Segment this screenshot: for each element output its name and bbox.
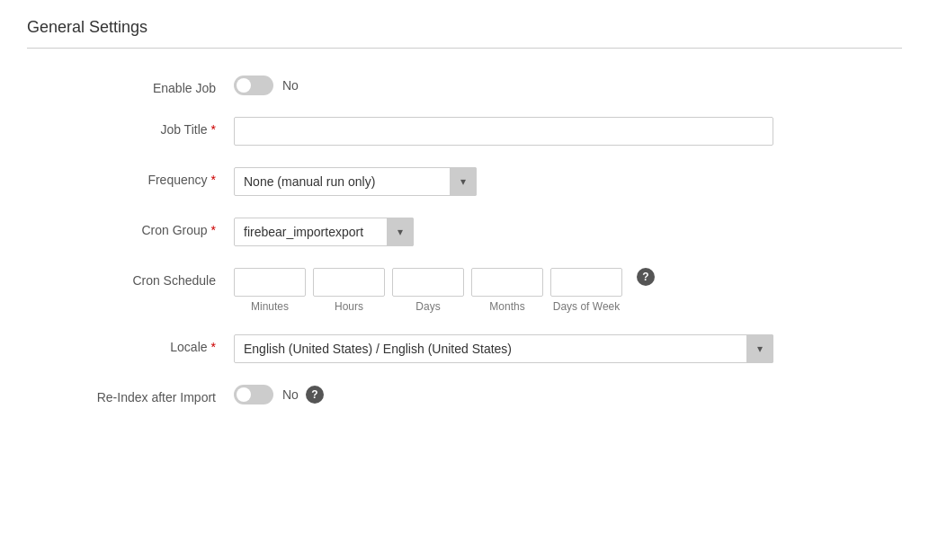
cron-minutes-input[interactable] xyxy=(234,268,306,297)
reindex-slider xyxy=(234,385,273,404)
job-title-field xyxy=(234,117,893,146)
job-title-required: * xyxy=(211,122,216,137)
cron-group-select-wrapper: firebear_importexportdefaultindexcatalog… xyxy=(234,218,414,246)
locale-required: * xyxy=(211,340,216,354)
cron-inputs-container: Minutes Hours Days Months Days of Week xyxy=(234,268,655,313)
locale-label: Locale* xyxy=(36,334,234,354)
reindex-help-icon[interactable]: ? xyxy=(306,386,324,404)
frequency-row: Frequency* None (manual run only)Every M… xyxy=(27,167,902,196)
reindex-toggle[interactable] xyxy=(234,385,273,404)
page-container: General Settings Enable Job No Job Title… xyxy=(0,0,929,444)
locale-select-wrapper: English (United States) / English (Unite… xyxy=(234,334,773,363)
cron-schedule-row: Cron Schedule Minutes Hours Days Months xyxy=(27,268,902,313)
cron-days-of-week-label: Days of Week xyxy=(553,300,620,313)
cron-months-input[interactable] xyxy=(471,268,543,297)
frequency-select[interactable]: None (manual run only)Every MinuteEvery … xyxy=(234,167,477,196)
cron-hours-group: Hours xyxy=(313,268,385,313)
cron-group-field: firebear_importexportdefaultindexcatalog… xyxy=(234,218,893,246)
cron-days-group: Days xyxy=(392,268,464,313)
cron-days-label: Days xyxy=(415,300,440,313)
cron-schedule-field: Minutes Hours Days Months Days of Week xyxy=(234,268,893,313)
enable-job-label: Enable Job xyxy=(36,76,234,95)
cron-group-required: * xyxy=(211,223,216,237)
enable-job-row: Enable Job No xyxy=(27,76,902,95)
enable-job-field: No xyxy=(234,76,893,95)
cron-minutes-group: Minutes xyxy=(234,268,306,313)
cron-hours-input[interactable] xyxy=(313,268,385,297)
cron-hours-label: Hours xyxy=(335,300,363,313)
frequency-label: Frequency* xyxy=(36,167,234,187)
cron-months-group: Months xyxy=(471,268,543,313)
enable-job-toggle[interactable] xyxy=(234,76,273,95)
frequency-required: * xyxy=(211,173,216,187)
enable-job-slider xyxy=(234,76,273,95)
reindex-label: Re-Index after Import xyxy=(36,385,234,404)
reindex-row: Re-Index after Import No ? xyxy=(27,385,902,404)
job-title-label: Job Title* xyxy=(36,117,234,137)
cron-group-row: Cron Group* firebear_importexportdefault… xyxy=(27,218,902,246)
cron-group-select[interactable]: firebear_importexportdefaultindexcatalog… xyxy=(234,218,414,246)
cron-minutes-label: Minutes xyxy=(251,300,289,313)
job-title-input[interactable] xyxy=(234,117,773,146)
reindex-field: No ? xyxy=(234,385,893,404)
job-title-row: Job Title* xyxy=(27,117,902,146)
locale-select[interactable]: English (United States) / English (Unite… xyxy=(234,334,773,363)
cron-days-of-week-group: Days of Week xyxy=(550,268,622,313)
frequency-field: None (manual run only)Every MinuteEvery … xyxy=(234,167,893,196)
locale-field: English (United States) / English (Unite… xyxy=(234,334,893,363)
cron-days-input[interactable] xyxy=(392,268,464,297)
frequency-select-wrapper: None (manual run only)Every MinuteEvery … xyxy=(234,167,477,196)
locale-row: Locale* English (United States) / Englis… xyxy=(27,334,902,363)
enable-job-toggle-text: No xyxy=(282,78,299,93)
cron-days-of-week-input[interactable] xyxy=(550,268,622,297)
page-title: General Settings xyxy=(27,18,902,49)
cron-schedule-label: Cron Schedule xyxy=(36,268,234,288)
reindex-toggle-text: No xyxy=(282,387,299,402)
cron-months-label: Months xyxy=(489,300,524,313)
cron-schedule-help-icon[interactable]: ? xyxy=(637,268,655,286)
cron-group-label: Cron Group* xyxy=(36,218,234,237)
